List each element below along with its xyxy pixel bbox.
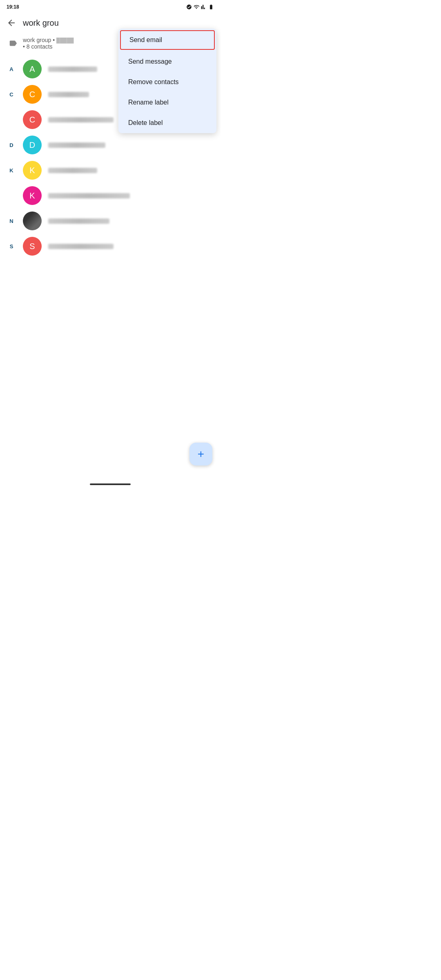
menu-item-send-message[interactable]: Send message (118, 51, 216, 72)
contact-name (48, 168, 97, 173)
status-bar: 19:18 (0, 0, 220, 12)
avatar: K (23, 186, 42, 205)
section-letter: A (7, 66, 16, 72)
status-time: 19:18 (7, 4, 19, 10)
wifi-icon (194, 4, 199, 10)
nav-bar (90, 483, 131, 485)
label-name-text: work group • █████ • 8 contacts (23, 37, 74, 50)
battery-icon (208, 4, 214, 10)
menu-item-rename-label[interactable]: Rename label (118, 92, 216, 113)
signal-icon (201, 4, 207, 10)
status-icons (186, 4, 214, 10)
contact-name (48, 218, 109, 224)
fab-button[interactable]: + (189, 443, 212, 466)
list-item[interactable]: KK (0, 158, 220, 183)
avatar: C (23, 110, 42, 129)
menu-item-delete-label[interactable]: Delete label (118, 113, 216, 133)
avatar: C (23, 85, 42, 104)
avatar (23, 212, 42, 230)
list-item[interactable]: SS (0, 234, 220, 259)
contact-name (48, 67, 97, 72)
contact-name (48, 92, 89, 97)
fab-plus-icon: + (198, 448, 204, 460)
avatar: S (23, 237, 42, 256)
back-button[interactable] (7, 18, 16, 28)
contact-name (48, 193, 130, 198)
contact-name (48, 244, 114, 249)
list-item[interactable]: K (0, 183, 220, 208)
contact-name (48, 117, 114, 122)
menu-item-send-email[interactable]: Send email (120, 30, 215, 50)
avatar: D (23, 136, 42, 154)
section-letter: N (7, 218, 16, 224)
label-icon (8, 38, 18, 48)
section-letter: D (7, 142, 16, 148)
menu-item-remove-contacts[interactable]: Remove contacts (118, 72, 216, 92)
list-item[interactable]: DD (0, 132, 220, 158)
dropdown-menu: Send emailSend messageRemove contactsRen… (118, 29, 216, 133)
page-title: work grou (23, 18, 214, 28)
list-item[interactable]: N (0, 208, 220, 234)
section-letter: K (7, 167, 16, 174)
contact-name (48, 143, 105, 148)
avatar: K (23, 161, 42, 180)
avatar: A (23, 60, 42, 78)
section-letter: S (7, 243, 16, 249)
check-icon (186, 4, 192, 10)
section-letter: C (7, 91, 16, 98)
